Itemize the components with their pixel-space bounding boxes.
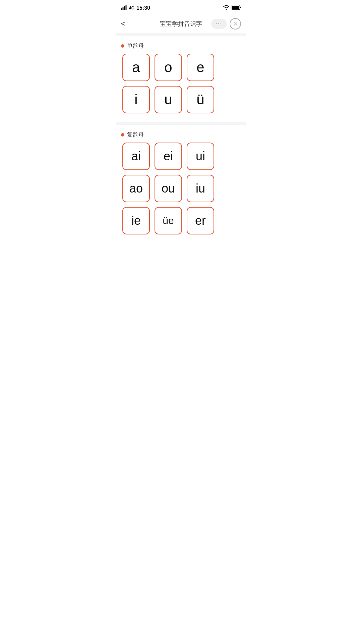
back-button[interactable]: < <box>121 19 132 28</box>
svg-rect-2 <box>124 6 125 10</box>
card-i-label: i <box>134 93 137 107</box>
card-o-label: o <box>164 60 172 74</box>
time-display: 15:30 <box>136 5 150 11</box>
status-bar: 4G 15:30 <box>116 0 246 15</box>
card-a[interactable]: a <box>122 54 150 81</box>
card-v[interactable]: ü <box>187 86 214 113</box>
svg-rect-5 <box>232 6 239 9</box>
svg-rect-1 <box>123 7 124 10</box>
card-ve[interactable]: üe <box>155 207 182 234</box>
signal-text: 4G <box>129 6 134 10</box>
card-ve-label: üe <box>163 216 174 226</box>
card-e[interactable]: e <box>187 54 214 81</box>
card-ai-label: ai <box>131 150 141 162</box>
status-right <box>223 5 241 11</box>
card-ui[interactable]: ui <box>187 143 214 170</box>
section-divider-top <box>116 33 246 36</box>
card-er[interactable]: er <box>187 207 214 234</box>
section-dot-2 <box>121 133 124 137</box>
card-ao-label: ao <box>129 182 143 195</box>
card-ou[interactable]: ou <box>155 175 182 202</box>
card-v-label: ü <box>196 93 204 107</box>
header: < 宝宝学拼音识字 ··· ✕ <box>116 15 246 33</box>
section-title-1: 单韵母 <box>127 42 144 50</box>
section-dan-yun-mu: 单韵母 a o e i u ü <box>116 36 246 122</box>
card-o[interactable]: o <box>155 54 182 81</box>
section-dot-1 <box>121 44 124 48</box>
status-left: 4G 15:30 <box>121 5 150 11</box>
section-fu-yun-mu: 复韵母 ai ei ui ao ou iu ie üe er <box>116 125 246 243</box>
card-u[interactable]: u <box>155 86 182 113</box>
signal-icon <box>121 5 127 11</box>
single-finals-grid: a o e i u ü <box>116 54 246 117</box>
wifi-icon <box>223 5 230 11</box>
card-ou-label: ou <box>162 182 175 195</box>
close-button[interactable]: ✕ <box>230 18 241 30</box>
compound-finals-grid: ai ei ui ao ou iu ie üe er <box>116 143 246 238</box>
more-button[interactable]: ··· <box>211 19 227 29</box>
card-ie[interactable]: ie <box>122 207 150 234</box>
card-i[interactable]: i <box>122 86 150 113</box>
battery-icon <box>232 5 241 11</box>
card-ui-label: ui <box>196 150 205 162</box>
card-a-label: a <box>132 60 140 74</box>
header-actions: ··· ✕ <box>211 18 241 30</box>
card-iu[interactable]: iu <box>187 175 214 202</box>
close-icon: ✕ <box>233 21 238 27</box>
card-u-label: u <box>164 93 172 107</box>
card-ie-label: ie <box>131 215 141 227</box>
page-title: 宝宝学拼音识字 <box>160 20 202 28</box>
card-iu-label: iu <box>196 182 205 195</box>
svg-rect-3 <box>126 5 127 10</box>
section-header-2: 复韵母 <box>116 125 246 143</box>
section-divider-middle <box>116 122 246 125</box>
svg-rect-0 <box>121 8 122 10</box>
section-header-1: 单韵母 <box>116 36 246 54</box>
card-ao[interactable]: ao <box>122 175 150 202</box>
card-ai[interactable]: ai <box>122 143 150 170</box>
card-e-label: e <box>196 60 204 74</box>
card-er-label: er <box>195 215 206 227</box>
card-ei-label: ei <box>164 150 173 162</box>
card-ei[interactable]: ei <box>155 143 182 170</box>
section-title-2: 复韵母 <box>127 131 144 139</box>
